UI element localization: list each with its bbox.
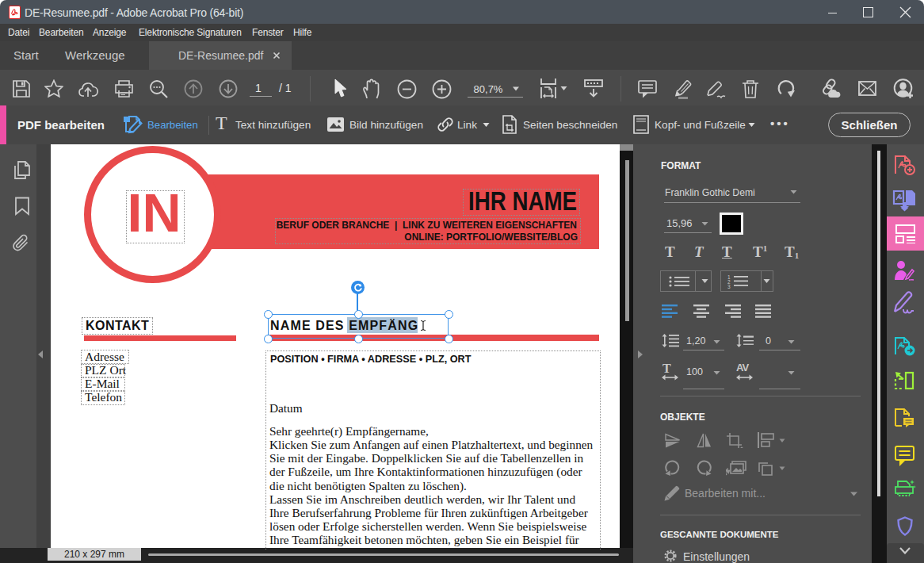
svg-text:3: 3: [727, 284, 731, 289]
